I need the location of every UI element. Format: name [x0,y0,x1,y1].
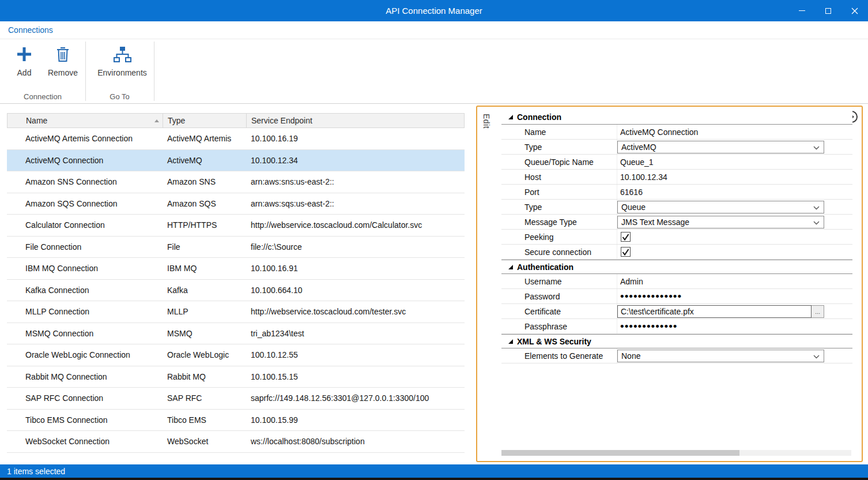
field-label: Name [501,127,617,137]
column-header-service-endpoint[interactable]: Service Endpoint [247,114,464,127]
table-row[interactable]: Kafka ConnectionKafka10.100.664.10 [7,280,465,302]
combobox-value: None [621,351,640,361]
peeking-checkbox[interactable] [621,232,631,242]
section-title: XML & WS Security [517,337,591,346]
status-bar: 1 items selected [0,464,868,478]
browse-button[interactable]: ... [812,305,824,318]
field-value: JMS Text Message [617,215,824,229]
table-row[interactable]: WebSocket ConnectionWebSocketws://localh… [7,431,465,453]
field-row: Secure connection [501,245,852,260]
table-row[interactable]: Amazon SQS ConnectionAmazon SQSarn:aws:s… [7,193,465,215]
connections-table: Name Type Service Endpoint ActiveMQ Arte… [7,113,465,453]
cell-name: WebSocket Connection [7,437,163,446]
cell-name: Tibco EMS Connection [7,415,163,425]
cell-name: Calculator Connection [7,220,163,230]
window-controls [788,0,868,21]
cell-name: Amazon SNS Connection [7,177,163,186]
field-label: Password [501,292,617,301]
message-type-combobox[interactable]: JMS Text Message [617,216,824,228]
secure-connection-checkbox[interactable] [621,247,631,257]
field-value [617,245,824,259]
cell-endpoint: 100.10.12.55 [246,350,465,359]
cell-name: MLLP Connection [7,307,163,316]
type-combobox[interactable]: Queue [617,201,824,213]
chevron-down-icon [813,206,820,210]
field-value: •••••••••••••• [617,289,824,303]
field-label: Peeking [501,232,617,242]
table-row[interactable]: ActiveMQ Artemis ConnectionActiveMQ Arte… [7,128,465,150]
field-row: UsernameAdmin [501,274,852,289]
field-value: ActiveMQ Connection [617,125,824,139]
field-label: Type [501,142,617,152]
horizontal-scrollbar[interactable] [501,450,851,456]
cell-type: SAP RFC [163,393,246,403]
field-value: Queue_1 [617,155,824,169]
cell-type: ActiveMQ [163,156,246,165]
table-row[interactable]: ActiveMQ ConnectionActiveMQ10.100.12.34 [7,150,465,172]
checkmark-icon [622,249,629,256]
certificate-field[interactable]: C:\test\certificate.pfx [617,305,812,318]
table-row[interactable]: Amazon SNS ConnectionAmazon SNSarn:aws:s… [7,171,465,193]
table-row[interactable]: Calculator ConnectionHTTP/HTTPShttp://we… [7,215,465,237]
field-label: Queue/Topic Name [501,158,617,167]
remove-button[interactable]: Remove [44,42,82,77]
password-field[interactable]: •••••••••••••• [617,291,682,302]
field-row: Elements to GenerateNone [501,348,852,363]
section-header-xml-ws-security[interactable]: XML & WS Security [501,334,852,348]
column-header-type[interactable]: Type [163,114,247,127]
table-row[interactable]: File ConnectionFilefile://c:\Source [7,237,465,258]
tab-connections[interactable]: Connections [8,25,53,35]
chevron-down-icon [813,355,820,359]
field-row: CertificateC:\test\certificate.pfx... [501,304,852,319]
cell-type: Amazon SNS [163,177,246,186]
table-row[interactable]: SAP RFC ConnectionSAP RFCsaprfc://149.14… [7,388,465,410]
minimize-button[interactable] [788,0,815,21]
field-value: C:\test\certificate.pfx... [617,304,824,318]
cell-endpoint: 10.100.16.91 [246,264,465,273]
field-label: Host [501,172,617,182]
titlebar: API Connection Manager [0,0,868,21]
field-label: Secure connection [501,247,617,257]
ribbon: Connections Add Remove [0,21,868,104]
table-row[interactable]: MSMQ ConnectionMSMQtri_ab1234\test [7,323,465,345]
cell-type: HTTP/HTTPS [163,220,246,230]
add-button[interactable]: Add [7,42,41,77]
ribbon-separator [154,42,154,101]
cell-endpoint: ws://localhost:8080/subscription [246,437,465,446]
cell-type: Amazon SQS [163,199,246,208]
scrollbar-thumb[interactable] [501,450,739,456]
field-label: Certificate [501,307,617,316]
cell-name: IBM MQ Connection [7,264,163,273]
field-label: Username [501,277,617,286]
close-button[interactable] [841,0,868,21]
checkmark-icon [622,234,629,241]
taskbar-edge [0,478,868,480]
environments-button[interactable]: Environments [93,42,151,77]
username-field[interactable]: Admin [617,277,643,286]
group-label-connection: Connection [0,92,85,101]
table-row[interactable]: MLLP ConnectionMLLPhttp://webservice.tos… [7,301,465,323]
elements-to-generate-combobox[interactable]: None [617,350,824,362]
column-header-name[interactable]: Name [7,114,163,127]
section-title: Authentication [517,262,573,272]
field-label: Elements to Generate [501,351,617,361]
section-header-connection[interactable]: Connection [501,110,852,125]
name-field[interactable]: ActiveMQ Connection [617,127,698,137]
table-row[interactable]: IBM MQ ConnectionIBM MQ10.100.16.91 [7,258,465,280]
section-header-authentication[interactable]: Authentication [501,260,852,274]
table-row[interactable]: Tibco EMS ConnectionTibco EMS10.100.15.9… [7,410,465,432]
close-icon [851,7,858,14]
table-row[interactable]: Rabbit MQ ConnectionRabbit MQ10.100.15.1… [7,366,465,388]
port-field[interactable]: 61616 [617,187,643,197]
edit-panel-tab[interactable]: Edit [482,114,491,129]
queue-topic-name-field[interactable]: Queue_1 [617,158,654,167]
connections-table-body: ActiveMQ Artemis ConnectionActiveMQ Arte… [7,128,465,453]
host-field[interactable]: 10.100.12.34 [617,172,667,182]
passphrase-field[interactable]: ••••••••••••• [617,321,677,332]
maximize-button[interactable] [815,0,841,21]
type-combobox[interactable]: ActiveMQ [617,141,824,153]
field-row: NameActiveMQ Connection [501,125,852,140]
field-value: 61616 [617,185,824,199]
field-value: Queue [617,200,824,214]
table-row[interactable]: Oracle WebLogic ConnectionOracle WebLogi… [7,344,465,366]
